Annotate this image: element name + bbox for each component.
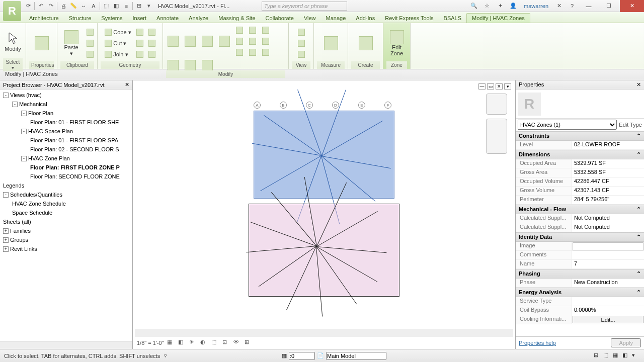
ribbon-tab[interactable]: Structure [64,14,97,23]
scrollbar[interactable] [0,341,132,349]
copy-clipboard-button[interactable] [85,38,95,48]
crop-icon[interactable]: ⬚ [211,339,219,347]
ribbon-tab[interactable]: Add-Ins [351,14,380,23]
geom-icon[interactable] [135,27,145,37]
tree-item[interactable]: -Floor Plan [0,109,132,118]
tree-item[interactable]: Floor Plan: FIRST FLOOR ZONE P [0,163,132,172]
create-button[interactable] [354,27,377,60]
property-row[interactable]: Service Type [516,297,644,306]
mod-icon[interactable] [234,36,245,46]
mod-icon[interactable] [234,25,245,35]
align-button[interactable] [166,36,180,46]
mod-icon[interactable] [234,47,245,57]
view-cube[interactable] [486,94,507,115]
property-row[interactable]: Perimeter284' 5 79/256" [516,196,644,205]
visual-style-icon[interactable]: ◧ [178,339,186,347]
minimize-button[interactable]: — [580,0,598,12]
mirror-draw-button[interactable] [217,36,231,46]
sync-icon[interactable]: ⟳ [23,2,33,11]
property-row[interactable]: Name7 [516,260,644,269]
ribbon-tab[interactable]: Massing & Site [213,14,260,23]
workset-icon[interactable]: 📄 [317,352,324,359]
view-icon[interactable] [296,49,306,59]
mod-icon[interactable] [261,36,271,46]
geom-icon[interactable] [135,49,145,59]
exchange-icon[interactable]: ✕ [553,2,565,11]
property-row[interactable]: Occupied Area5329.971 SF [516,159,644,168]
property-row[interactable]: Coil Bypass0.0000% [516,306,644,315]
move-button[interactable] [166,60,180,70]
shadows-icon[interactable]: ◐ [200,339,208,347]
signin-icon[interactable]: 👤 [508,2,519,11]
rotate-button[interactable] [183,60,197,70]
property-row[interactable]: Gross Volume42307.143 CF [516,187,644,196]
geom-icon[interactable] [147,38,157,48]
sun-path-icon[interactable]: ☀ [189,339,197,347]
ribbon-tab[interactable]: Manage [321,14,351,23]
modify-tool[interactable]: Modify [2,25,25,58]
view-icon[interactable] [296,38,306,48]
join-button[interactable]: Join ▾ [103,49,132,59]
close-icon[interactable]: ✕ [636,81,641,88]
close-button[interactable]: ✕ [620,0,644,12]
property-row[interactable]: Occupied Volume42286.447 CF [516,177,644,187]
tree-item[interactable]: Sheets (all) [0,217,132,226]
property-category[interactable]: Dimensions⌃ [516,150,644,159]
grid-bubble[interactable]: A [254,102,261,109]
tree-item[interactable]: -Schedules/Quantities [0,190,132,199]
mod-icon[interactable] [261,25,271,35]
ribbon-tab[interactable]: Revit Express Tools [380,14,438,23]
status-icon[interactable]: ⊞ [594,352,602,360]
select-count-icon[interactable]: ▦ [282,352,287,359]
app-menu-button[interactable]: R [3,1,21,21]
tree-item[interactable]: -Mechanical [0,100,132,109]
match-button[interactable] [85,49,95,59]
status-icon[interactable]: ⬚ [603,352,611,360]
tree-item[interactable]: Floor Plan: 01 - FIRST FLOOR SPA [0,136,132,145]
undo-icon[interactable]: ↶ [36,2,46,11]
paste-button[interactable]: Paste▾ [60,27,83,60]
dimension-icon[interactable]: ↔ [78,2,89,11]
mod-icon[interactable] [261,47,271,57]
property-category[interactable]: Energy Analysis⌃ [516,288,644,297]
measure-icon[interactable]: 📏 [68,2,78,11]
status-icon[interactable]: ▦ [613,352,621,360]
offset-button[interactable] [183,36,197,46]
scrollbar[interactable] [135,329,513,337]
grid-bubble[interactable]: D [332,102,339,109]
star-icon[interactable]: ✦ [495,2,506,11]
help-icon[interactable]: ? [567,2,578,11]
mod-icon[interactable] [248,25,258,35]
property-row[interactable]: Calculated Suppl...Not Computed [516,223,644,232]
view-scale[interactable]: 1/8" = 1'-0" [137,340,164,346]
hide-isolate-icon[interactable]: 👁 [233,339,242,347]
tree-item[interactable]: +Revit Links [0,244,132,253]
mod-icon[interactable] [248,47,258,57]
property-row[interactable]: Comments [516,251,644,260]
property-row[interactable]: Level02-LOWER ROOF [516,141,644,150]
mod-icon[interactable] [248,36,258,46]
close-view-icon[interactable]: ✕ [496,83,503,89]
view-icon[interactable] [296,27,306,37]
mirror-pick-button[interactable] [200,36,214,46]
redo-icon[interactable]: ↷ [46,2,56,11]
properties-grid[interactable]: Constraints⌃Level02-LOWER ROOFDimensions… [516,131,644,336]
edit-type-button[interactable]: Edit Type [619,122,642,128]
type-selector[interactable]: HVAC Zones (1) [518,120,617,130]
geom-icon[interactable] [147,49,157,59]
print-icon[interactable]: 🖨 [58,2,68,11]
options-icon[interactable]: ▾ [504,83,511,89]
tree-item[interactable]: +Families [0,226,132,235]
property-category[interactable]: Constraints⌃ [516,131,644,141]
tree-item[interactable]: Floor Plan: SECOND FLOOR ZONE [0,172,132,181]
tree-item[interactable]: -HVAC Zone Plan [0,154,132,163]
close-icon[interactable]: ✕ [125,81,129,88]
property-category[interactable]: Phasing⌃ [516,269,644,279]
tree-item[interactable]: Legends [0,181,132,190]
properties-button[interactable] [30,27,53,60]
reveal-icon[interactable]: ⊞ [245,339,253,347]
ribbon-tab[interactable]: Insert [128,14,152,23]
properties-help-link[interactable]: Properties help [519,340,556,346]
cut-geom-button[interactable]: Cut ▾ [103,38,132,48]
tree-item[interactable]: -HVAC Space Plan [0,127,132,136]
